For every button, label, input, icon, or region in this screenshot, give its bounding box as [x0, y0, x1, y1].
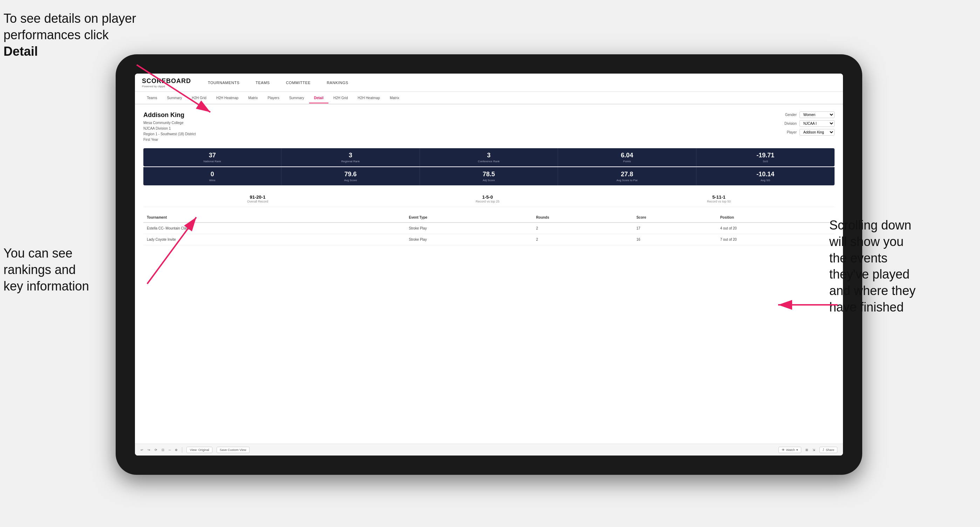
sos-label: SoS	[699, 160, 832, 163]
stat-conference-rank: 3 Conference Rank	[420, 148, 558, 167]
view-original-button[interactable]: View: Original	[186, 447, 212, 453]
logo-main: SCOREBOARD	[142, 78, 191, 85]
tab-h2h-heatmap2[interactable]: H2H Heatmap	[353, 93, 385, 103]
stat-avg-score: 79.6 Avg Score	[282, 167, 420, 185]
player-select[interactable]: Addison King	[800, 129, 835, 136]
rounds-1: 2	[533, 222, 633, 234]
col-score: Score	[633, 213, 717, 222]
tab-summary[interactable]: Summary	[162, 93, 187, 103]
player-year: First Year	[143, 137, 196, 143]
stat-wins: 0 Wins	[143, 167, 282, 185]
overall-record-value: 91-20-1	[247, 194, 268, 200]
event-type-2: Stroke Play	[406, 234, 533, 245]
overall-record-label: Overall Record	[247, 200, 268, 203]
toolbar-icon-3: ─	[169, 448, 171, 452]
wins-value: 0	[146, 171, 278, 178]
stat-regional-rank: 3 Regional Rank	[282, 148, 420, 167]
save-custom-view-button[interactable]: Save Custom View	[216, 447, 250, 453]
share-icon: ⤴	[822, 448, 824, 452]
division-select[interactable]: NJCAA I	[800, 120, 835, 127]
conference-rank-label: Conference Rank	[423, 160, 555, 163]
event-type-1: Stroke Play	[406, 222, 533, 234]
stats-grid-row2: 0 Wins 79.6 Avg Score 78.5 Adj Score 27.…	[143, 167, 835, 185]
player-control: Player Addison King	[787, 129, 835, 136]
stat-points: 6.04 Points	[558, 148, 696, 167]
tab-matrix2[interactable]: Matrix	[385, 93, 404, 103]
player-label: Player	[787, 130, 797, 134]
content-area: Addison King Mesa Community College NJCA…	[135, 105, 843, 444]
annotation-bottom-left: You can seerankings andkey information	[3, 245, 137, 294]
share-button[interactable]: ⤴ Share	[819, 447, 837, 453]
division-label: Division	[784, 122, 797, 125]
position-2: 7 out of 20	[717, 234, 835, 245]
col-event-type: Event Type	[406, 213, 533, 222]
tournament-name-2: Lady Coyote Invite	[143, 234, 406, 245]
top25-record: 1-5-0 Record vs top 25	[476, 194, 500, 203]
sos-value: -19.71	[699, 152, 832, 159]
player-info: Addison King Mesa Community College NJCA…	[143, 111, 196, 143]
watch-button[interactable]: 👁 Watch ▾	[778, 447, 801, 453]
tab-h2h-heatmap[interactable]: H2H Heatmap	[212, 93, 243, 103]
avg-score-value: 79.6	[284, 171, 417, 178]
player-college: Mesa Community College	[143, 120, 196, 126]
sub-nav: Teams Summary H2H Grid H2H Heatmap Matri…	[135, 92, 843, 105]
undo-icon[interactable]: ↩	[140, 448, 143, 452]
conference-rank-value: 3	[423, 152, 555, 159]
regional-rank-label: Regional Rank	[284, 160, 417, 163]
redo-icon[interactable]: ↪	[148, 448, 150, 452]
top25-record-value: 1-5-0	[476, 194, 500, 200]
stat-avg-score-par: 27.8 Avg Score to Par	[558, 167, 696, 185]
bottom-toolbar: ↩ ↪ ⟳ ⊡ ─ ⊕ View: Original Save Custom V…	[135, 444, 843, 456]
nav-committee[interactable]: COMMITTEE	[283, 79, 314, 86]
avg-score-label: Avg Score	[284, 179, 417, 182]
col-rounds: Rounds	[533, 213, 633, 222]
annotation-top-left: To see details on player performances cl…	[3, 11, 137, 60]
share-label: Share	[826, 448, 834, 452]
stat-national-rank: 37 National Rank	[143, 148, 282, 167]
division-control: Division NJCAA I	[784, 120, 835, 127]
toolbar-icon-2: ⊡	[162, 448, 164, 452]
watch-icon: 👁	[782, 448, 785, 452]
gender-select[interactable]: Women	[800, 111, 835, 118]
rounds-2: 2	[533, 234, 633, 245]
col-tournament: Tournament	[143, 213, 406, 222]
nav-teams[interactable]: TEAMS	[253, 79, 272, 86]
tab-teams[interactable]: Teams	[142, 93, 162, 103]
records-row: 91-20-1 Overall Record 1-5-0 Record vs t…	[143, 191, 835, 207]
save-custom-label: Save Custom View	[220, 448, 247, 452]
score-2: 16	[633, 234, 717, 245]
tab-players[interactable]: Players	[263, 93, 284, 103]
nav-rankings[interactable]: RANKINGS	[324, 79, 351, 86]
stats-grid-row1: 37 National Rank 3 Regional Rank 3 Confe…	[143, 148, 835, 167]
toolbar-icon-4: ⊕	[175, 448, 178, 452]
tab-matrix[interactable]: Matrix	[243, 93, 262, 103]
points-label: Points	[561, 160, 693, 163]
top50-record: 5-11-1 Record vs top 50	[707, 194, 731, 203]
gender-label: Gender	[785, 113, 797, 117]
score-1: 17	[633, 222, 717, 234]
tab-h2h-grid2[interactable]: H2H Grid	[328, 93, 353, 103]
watch-label: Watch	[786, 448, 795, 452]
top25-record-label: Record vs top 25	[476, 200, 500, 203]
overall-record: 91-20-1 Overall Record	[247, 194, 268, 203]
tournament-table: Tournament Event Type Rounds Score Posit…	[143, 213, 835, 245]
tab-detail[interactable]: Detail	[309, 93, 328, 103]
tab-summary2[interactable]: Summary	[284, 93, 309, 103]
annotation-detail-bold: Detail	[3, 44, 38, 59]
nav-tournaments[interactable]: TOURNAMENTS	[205, 79, 242, 86]
player-division: NJCAA Division 1	[143, 126, 196, 132]
regional-rank-value: 3	[284, 152, 417, 159]
top50-record-label: Record vs top 50	[707, 200, 731, 203]
table-row: Lady Coyote Invite Stroke Play 2 16 7 ou…	[143, 234, 835, 245]
watch-chevron: ▾	[796, 448, 798, 452]
avg-sg-value: -10.14	[699, 171, 832, 178]
stat-avg-sg: -10.14 Avg SG	[697, 167, 835, 185]
national-rank-label: National Rank	[146, 160, 278, 163]
annotation-right-text: Scrolling downwill show youthe eventsthe…	[829, 218, 915, 314]
stat-sos: -19.71 SoS	[697, 148, 835, 167]
toolbar-icon-5: ⊞	[805, 448, 808, 452]
toolbar-icon-1: ⟳	[154, 448, 158, 452]
adj-score-value: 78.5	[423, 171, 555, 178]
tab-h2h-grid[interactable]: H2H Grid	[187, 93, 212, 103]
top50-record-value: 5-11-1	[707, 194, 731, 200]
